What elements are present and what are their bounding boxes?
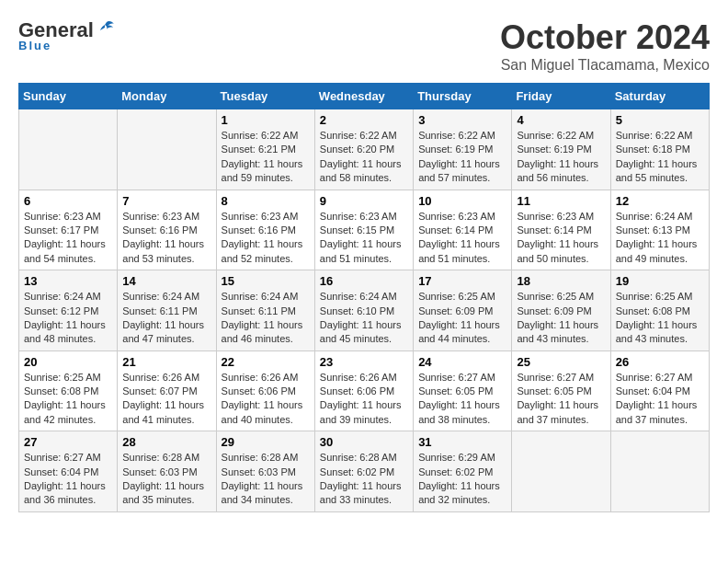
day-info: Sunrise: 6:27 AM Sunset: 6:04 PM Dayligh…: [24, 451, 112, 508]
day-number: 3: [418, 113, 506, 127]
day-info: Sunrise: 6:25 AM Sunset: 6:09 PM Dayligh…: [517, 290, 605, 347]
day-number: 15: [222, 274, 310, 288]
header-sunday: Sunday: [19, 84, 118, 109]
day-number: 23: [320, 355, 408, 369]
day-number: 11: [517, 194, 605, 208]
location: San Miguel Tlacamama, Mexico: [500, 57, 710, 74]
calendar-cell: 23Sunrise: 6:26 AM Sunset: 6:06 PM Dayli…: [314, 350, 413, 431]
calendar-week-row: 13Sunrise: 6:24 AM Sunset: 6:12 PM Dayli…: [19, 270, 710, 351]
day-info: Sunrise: 6:23 AM Sunset: 6:16 PM Dayligh…: [122, 210, 210, 267]
calendar-cell: 2Sunrise: 6:22 AM Sunset: 6:20 PM Daylig…: [314, 109, 413, 190]
day-number: 13: [24, 274, 112, 288]
day-info: Sunrise: 6:26 AM Sunset: 6:06 PM Dayligh…: [320, 371, 408, 428]
calendar-cell: 16Sunrise: 6:24 AM Sunset: 6:10 PM Dayli…: [314, 270, 413, 351]
calendar-week-row: 6Sunrise: 6:23 AM Sunset: 6:17 PM Daylig…: [19, 190, 710, 270]
calendar-cell: [512, 431, 610, 512]
calendar-cell: 13Sunrise: 6:24 AM Sunset: 6:12 PM Dayli…: [19, 270, 118, 351]
calendar-cell: 10Sunrise: 6:23 AM Sunset: 6:14 PM Dayli…: [414, 190, 512, 270]
calendar-cell: 21Sunrise: 6:26 AM Sunset: 6:07 PM Dayli…: [118, 350, 216, 431]
day-number: 16: [320, 274, 408, 288]
day-info: Sunrise: 6:29 AM Sunset: 6:02 PM Dayligh…: [418, 451, 506, 508]
day-info: Sunrise: 6:25 AM Sunset: 6:08 PM Dayligh…: [616, 290, 704, 347]
day-number: 10: [418, 194, 506, 208]
logo-blue: Blue: [18, 39, 51, 52]
calendar-cell: 22Sunrise: 6:26 AM Sunset: 6:06 PM Dayli…: [216, 350, 314, 431]
day-info: Sunrise: 6:22 AM Sunset: 6:18 PM Dayligh…: [616, 129, 704, 186]
calendar-cell: 9Sunrise: 6:23 AM Sunset: 6:15 PM Daylig…: [314, 190, 413, 270]
day-number: 12: [616, 194, 704, 208]
day-number: 26: [616, 355, 704, 369]
calendar-cell: 31Sunrise: 6:29 AM Sunset: 6:02 PM Dayli…: [414, 431, 512, 512]
calendar-cell: 11Sunrise: 6:23 AM Sunset: 6:14 PM Dayli…: [512, 190, 610, 270]
calendar-cell: 26Sunrise: 6:27 AM Sunset: 6:04 PM Dayli…: [610, 350, 709, 431]
calendar-cell: 8Sunrise: 6:23 AM Sunset: 6:16 PM Daylig…: [216, 190, 314, 270]
calendar-cell: [118, 109, 216, 190]
day-info: Sunrise: 6:23 AM Sunset: 6:15 PM Dayligh…: [320, 210, 408, 267]
day-info: Sunrise: 6:22 AM Sunset: 6:19 PM Dayligh…: [418, 129, 506, 186]
day-info: Sunrise: 6:27 AM Sunset: 6:04 PM Dayligh…: [616, 371, 704, 428]
day-number: 21: [122, 355, 210, 369]
day-number: 19: [616, 274, 704, 288]
day-info: Sunrise: 6:23 AM Sunset: 6:17 PM Dayligh…: [24, 210, 112, 267]
calendar-cell: 27Sunrise: 6:27 AM Sunset: 6:04 PM Dayli…: [19, 431, 118, 512]
calendar-week-row: 1Sunrise: 6:22 AM Sunset: 6:21 PM Daylig…: [19, 109, 710, 190]
day-number: 17: [418, 274, 506, 288]
page-header: General Blue October 2024 San Miguel Tla…: [18, 18, 710, 74]
calendar-cell: 29Sunrise: 6:28 AM Sunset: 6:03 PM Dayli…: [216, 431, 314, 512]
calendar-cell: 17Sunrise: 6:25 AM Sunset: 6:09 PM Dayli…: [414, 270, 512, 351]
day-number: 8: [222, 194, 310, 208]
day-number: 31: [418, 435, 506, 449]
calendar-cell: 24Sunrise: 6:27 AM Sunset: 6:05 PM Dayli…: [414, 350, 512, 431]
calendar-week-row: 27Sunrise: 6:27 AM Sunset: 6:04 PM Dayli…: [19, 431, 710, 512]
day-info: Sunrise: 6:26 AM Sunset: 6:06 PM Dayligh…: [222, 371, 310, 428]
day-number: 9: [320, 194, 408, 208]
day-info: Sunrise: 6:22 AM Sunset: 6:21 PM Dayligh…: [222, 129, 310, 186]
day-number: 25: [517, 355, 605, 369]
day-number: 14: [122, 274, 210, 288]
header-monday: Monday: [118, 84, 216, 109]
header-wednesday: Wednesday: [314, 84, 413, 109]
header-saturday: Saturday: [610, 84, 709, 109]
calendar-cell: 3Sunrise: 6:22 AM Sunset: 6:19 PM Daylig…: [414, 109, 512, 190]
day-info: Sunrise: 6:22 AM Sunset: 6:20 PM Dayligh…: [320, 129, 408, 186]
calendar-cell: 30Sunrise: 6:28 AM Sunset: 6:02 PM Dayli…: [314, 431, 413, 512]
day-info: Sunrise: 6:27 AM Sunset: 6:05 PM Dayligh…: [517, 371, 605, 428]
day-info: Sunrise: 6:27 AM Sunset: 6:05 PM Dayligh…: [418, 371, 506, 428]
day-info: Sunrise: 6:23 AM Sunset: 6:16 PM Dayligh…: [222, 210, 310, 267]
calendar-cell: 7Sunrise: 6:23 AM Sunset: 6:16 PM Daylig…: [118, 190, 216, 270]
calendar-cell: 1Sunrise: 6:22 AM Sunset: 6:21 PM Daylig…: [216, 109, 314, 190]
day-info: Sunrise: 6:23 AM Sunset: 6:14 PM Dayligh…: [418, 210, 506, 267]
header-tuesday: Tuesday: [216, 84, 314, 109]
day-number: 18: [517, 274, 605, 288]
day-info: Sunrise: 6:28 AM Sunset: 6:03 PM Dayligh…: [222, 451, 310, 508]
day-info: Sunrise: 6:25 AM Sunset: 6:09 PM Dayligh…: [418, 290, 506, 347]
calendar-cell: [19, 109, 118, 190]
month-title: October 2024: [500, 18, 710, 57]
calendar-cell: 6Sunrise: 6:23 AM Sunset: 6:17 PM Daylig…: [19, 190, 118, 270]
day-number: 22: [222, 355, 310, 369]
calendar-cell: 12Sunrise: 6:24 AM Sunset: 6:13 PM Dayli…: [610, 190, 709, 270]
calendar-header-row: Sunday Monday Tuesday Wednesday Thursday…: [19, 84, 710, 109]
day-info: Sunrise: 6:24 AM Sunset: 6:12 PM Dayligh…: [24, 290, 112, 347]
calendar-cell: 5Sunrise: 6:22 AM Sunset: 6:18 PM Daylig…: [610, 109, 709, 190]
day-number: 28: [122, 435, 210, 449]
day-number: 20: [24, 355, 112, 369]
day-info: Sunrise: 6:26 AM Sunset: 6:07 PM Dayligh…: [122, 371, 210, 428]
day-info: Sunrise: 6:23 AM Sunset: 6:14 PM Dayligh…: [517, 210, 605, 267]
calendar-cell: 18Sunrise: 6:25 AM Sunset: 6:09 PM Dayli…: [512, 270, 610, 351]
logo-bird-icon: [96, 18, 116, 39]
header-friday: Friday: [512, 84, 610, 109]
day-info: Sunrise: 6:25 AM Sunset: 6:08 PM Dayligh…: [24, 371, 112, 428]
logo: General Blue: [18, 18, 116, 52]
calendar-week-row: 20Sunrise: 6:25 AM Sunset: 6:08 PM Dayli…: [19, 350, 710, 431]
calendar-cell: 28Sunrise: 6:28 AM Sunset: 6:03 PM Dayli…: [118, 431, 216, 512]
day-number: 27: [24, 435, 112, 449]
day-number: 7: [122, 194, 210, 208]
calendar-cell: [610, 431, 709, 512]
calendar-cell: 15Sunrise: 6:24 AM Sunset: 6:11 PM Dayli…: [216, 270, 314, 351]
calendar-cell: 20Sunrise: 6:25 AM Sunset: 6:08 PM Dayli…: [19, 350, 118, 431]
day-number: 2: [320, 113, 408, 127]
day-number: 29: [222, 435, 310, 449]
title-area: October 2024 San Miguel Tlacamama, Mexic…: [500, 18, 710, 74]
day-number: 24: [418, 355, 506, 369]
